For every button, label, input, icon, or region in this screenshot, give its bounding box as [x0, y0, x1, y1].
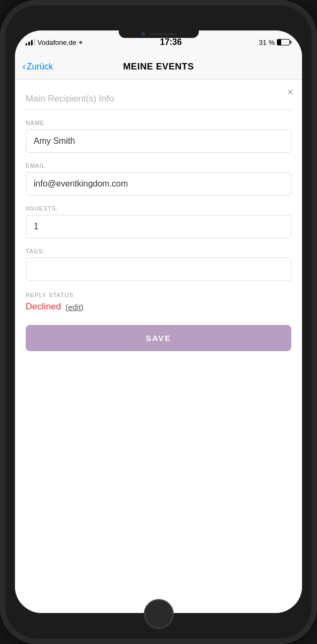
email-input[interactable]: [26, 172, 291, 196]
reply-status-label: REPLY STATUS: [26, 292, 291, 298]
nav-bar: ‹ Zurück MEINE EVENTS: [15, 54, 302, 80]
guests-label: #GUESTS:: [26, 205, 291, 212]
back-label: Zurück: [27, 62, 53, 72]
tags-label: TAGS:: [26, 248, 291, 254]
carrier-label: Vodafone.de: [37, 38, 76, 46]
guests-field-group: #GUESTS:: [26, 205, 291, 238]
speaker: [150, 33, 176, 35]
section-heading: Main Recipient(s) Info: [26, 94, 291, 110]
guests-input[interactable]: [26, 215, 291, 238]
tags-field-group: TAGS:: [26, 248, 291, 281]
back-button[interactable]: ‹ Zurück: [22, 61, 53, 72]
name-field-group: NAME: [26, 120, 291, 153]
save-button[interactable]: SAVE: [26, 325, 291, 351]
wifi-icon: ⌖: [79, 38, 83, 47]
signal-icon: [26, 39, 35, 45]
status-right: 31 %: [259, 38, 291, 46]
close-button[interactable]: ×: [287, 86, 293, 98]
email-field-group: EMAIL: [26, 162, 291, 196]
status-left: Vodafone.de ⌖: [26, 38, 83, 47]
screen: Vodafone.de ⌖ 17:36 31 % ‹ Zurück MEINE …: [15, 30, 302, 613]
reply-value-row: Declined (edit): [26, 301, 291, 312]
camera: [141, 32, 145, 36]
name-label: NAME: [26, 120, 291, 126]
form-content: × Main Recipient(s) Info NAME EMAIL #GUE…: [15, 80, 302, 613]
battery-percent: 31 %: [259, 38, 275, 46]
back-arrow-icon: ‹: [22, 61, 26, 72]
top-notch: [119, 30, 199, 38]
email-label: EMAIL: [26, 162, 291, 169]
time-display: 17:36: [160, 37, 182, 47]
declined-status: Declined: [26, 301, 61, 312]
edit-link[interactable]: (edit): [65, 302, 83, 312]
home-button[interactable]: [144, 599, 174, 629]
name-input[interactable]: [26, 129, 291, 153]
page-title: MEINE EVENTS: [123, 61, 194, 72]
phone-frame: Vodafone.de ⌖ 17:36 31 % ‹ Zurück MEINE …: [0, 0, 317, 644]
reply-status-section: REPLY STATUS Declined (edit): [26, 292, 291, 312]
tags-input[interactable]: [26, 258, 291, 281]
battery-icon: [277, 39, 291, 45]
